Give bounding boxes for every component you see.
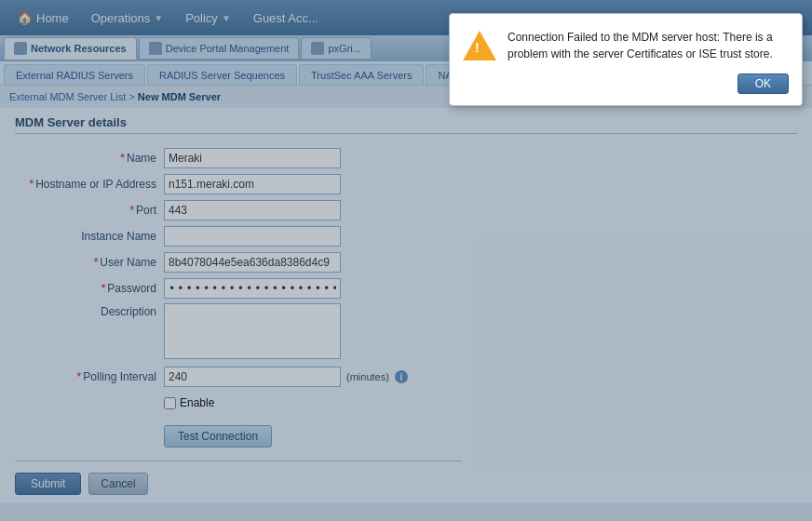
error-dialog: Connection Failed to the MDM server host… xyxy=(449,13,803,106)
warning-triangle-icon xyxy=(463,31,496,60)
dialog-ok-button[interactable]: OK xyxy=(738,73,789,94)
warning-icon xyxy=(463,29,496,62)
dialog-body: Connection Failed to the MDM server host… xyxy=(463,29,789,62)
dialog-footer: OK xyxy=(463,73,789,94)
dialog-message: Connection Failed to the MDM server host… xyxy=(508,29,789,62)
